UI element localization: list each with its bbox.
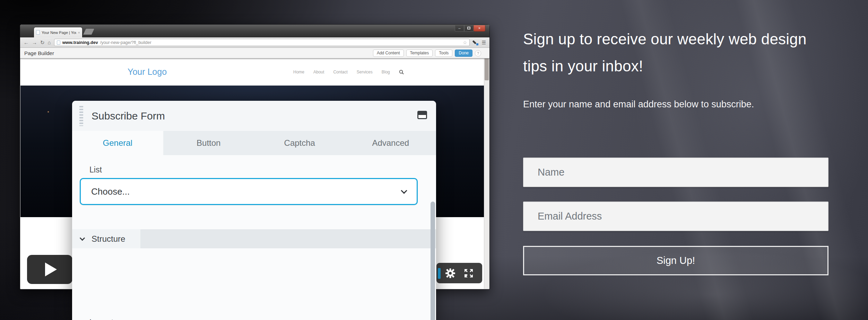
modal-header: Subscribe Form (72, 101, 436, 131)
url-host: www.training.dev (62, 40, 98, 45)
maximize-icon (467, 27, 470, 29)
modal-scrollbar-thumb[interactable] (431, 202, 435, 320)
browser-titlebar: Your New Page | Your Lo × – × (20, 25, 489, 37)
nav-item-blog[interactable]: Blog (382, 70, 390, 74)
templates-button[interactable]: Templates (406, 50, 433, 57)
nav-item-services[interactable]: Services (357, 70, 373, 74)
eyedropper-extension-icon[interactable] (473, 40, 478, 45)
bookmark-star-icon[interactable]: ☆ (463, 40, 467, 45)
modal-tabs: General Button Captcha Advanced (72, 131, 436, 155)
site-logo[interactable]: Your Logo (128, 67, 167, 77)
tab-title: Your New Page | Your Lo (42, 30, 76, 35)
nav-item-home[interactable]: Home (293, 70, 304, 74)
tab-advanced[interactable]: Advanced (345, 131, 436, 155)
browser-scrollbar[interactable] (484, 48, 489, 289)
email-input[interactable] (523, 202, 828, 231)
maximize-button[interactable] (464, 25, 474, 32)
layout-label: Layout (89, 318, 113, 320)
signup-section: Sign up to receive our weekly web design… (523, 0, 830, 320)
chevron-down-icon (401, 187, 407, 194)
tab-close-icon[interactable]: × (78, 30, 80, 35)
list-label: List (89, 165, 102, 175)
screenshot-root: Sign up to receive our weekly web design… (0, 0, 868, 320)
list-select-value: Choose... (91, 186, 130, 197)
signup-subheading: Enter your name and email address below … (523, 99, 754, 110)
help-button[interactable]: ? (475, 50, 481, 56)
eyedropper-rod (472, 40, 477, 44)
url-path: /your-new-page/?fl_builder (100, 40, 461, 45)
subscribe-form-modal: Subscribe Form General Button Captcha Ad… (72, 101, 436, 320)
gear-icon[interactable] (445, 268, 455, 278)
nav-item-about[interactable]: About (313, 70, 324, 74)
modal-title: Subscribe Form (92, 110, 165, 122)
nav-item-contact[interactable]: Contact (333, 70, 347, 74)
search-icon[interactable] (399, 70, 404, 74)
back-icon[interactable]: ← (24, 40, 29, 45)
structure-label: Structure (92, 234, 125, 244)
refresh-icon[interactable]: ↻ (40, 40, 45, 45)
forward-icon[interactable]: → (32, 40, 37, 45)
add-content-button[interactable]: Add Content (373, 50, 404, 57)
url-page-icon (57, 41, 60, 45)
play-icon (45, 263, 57, 276)
tab-general[interactable]: General (72, 131, 163, 155)
tab-captcha[interactable]: Captcha (254, 131, 345, 155)
tools-button[interactable]: Tools (435, 50, 452, 57)
page-builder-buttons: Add Content Templates Tools Done ? (373, 50, 481, 57)
expand-icon[interactable] (464, 268, 474, 278)
site-header: Your Logo Home About Contact Services Bl… (20, 59, 484, 86)
page-builder-title: Page Builder (24, 50, 54, 56)
eyedropper-dot (476, 43, 478, 45)
modal-body: List Choose... Structure Layout Stacked (72, 155, 436, 320)
drag-handle[interactable] (79, 106, 83, 126)
minimize-button[interactable]: – (455, 25, 464, 32)
browser-toolbar: ← → ↻ ⌂ www.training.dev /your-new-page/… (20, 37, 489, 48)
favicon-page-icon (36, 30, 40, 35)
browser-menu-icon[interactable]: ☰ (481, 40, 486, 45)
page-builder-bar: Page Builder Add Content Templates Tools… (20, 48, 489, 59)
done-button[interactable]: Done (455, 50, 472, 57)
video-play-button[interactable] (27, 255, 72, 284)
row-accent-bar (438, 268, 441, 279)
signup-button[interactable]: Sign Up! (523, 246, 828, 275)
window-controls: – × (455, 25, 485, 32)
home-icon[interactable]: ⌂ (48, 40, 51, 45)
site-nav: Home About Contact Services Blog (293, 70, 404, 74)
address-bar[interactable]: www.training.dev /your-new-page/?fl_buil… (54, 39, 470, 46)
structure-section-toggle[interactable]: Structure (72, 229, 436, 248)
close-button[interactable]: × (474, 25, 485, 32)
name-input[interactable] (523, 158, 828, 187)
tab-button[interactable]: Button (163, 131, 254, 155)
dock-window-icon (418, 112, 426, 115)
list-select[interactable]: Choose... (80, 178, 418, 205)
signup-heading: Sign up to receive our weekly web design… (523, 26, 807, 80)
new-tab-button[interactable] (83, 29, 94, 35)
dock-window-button[interactable] (417, 111, 427, 119)
row-toolbar (436, 263, 482, 283)
browser-tab[interactable]: Your New Page | Your Lo × (34, 27, 82, 37)
